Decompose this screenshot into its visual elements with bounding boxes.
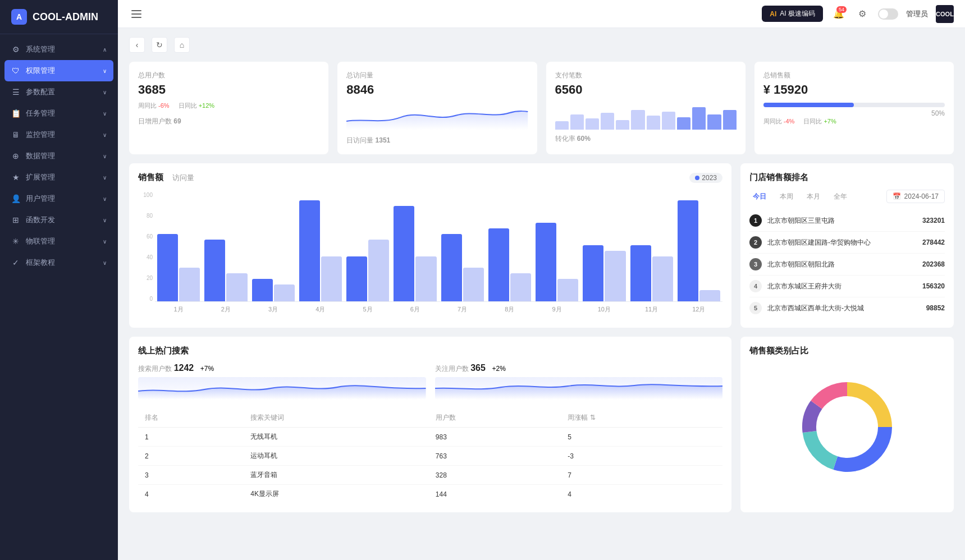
avatar[interactable]: COOL	[936, 5, 954, 23]
logo-text: COOL-ADMIN	[33, 11, 98, 23]
search-users-change: +7%	[200, 365, 214, 373]
framework-arrow: ∨	[103, 260, 107, 266]
bar-blue-2月	[204, 240, 225, 301]
bar-group-12月	[678, 200, 720, 301]
sidebar-item-framework[interactable]: ✓ 框架教程 ∨	[0, 252, 118, 273]
search-table-body: 1 无线耳机 983 5 2 运动耳机 763 -3 3 蓝牙音箱 328 7 …	[138, 428, 722, 504]
sidebar-item-tasks[interactable]: 📋 任务管理 ∨	[0, 103, 118, 124]
hamburger-menu[interactable]	[129, 8, 144, 20]
extend-arrow: ∨	[103, 175, 107, 181]
users-icon: 👤	[11, 194, 20, 203]
nav-bar: ‹ ↻ ⌂	[129, 37, 954, 53]
data-label: 数据管理	[26, 151, 55, 161]
back-button[interactable]: ‹	[129, 37, 145, 53]
search-table: 排名搜索关键词用户数周涨幅 ⇅ 1 无线耳机 983 5 2 运动耳机 763 …	[138, 408, 722, 503]
ranking-title: 门店销售额排名	[749, 172, 945, 183]
follow-users-value: 365	[470, 363, 486, 373]
ai-btn-label: AI 极速编码	[780, 9, 815, 19]
bar-group-4月	[299, 200, 342, 301]
stat-card-total-visits: 总访问量 8846 日访问量 1351	[337, 62, 537, 154]
theme-toggle[interactable]	[878, 8, 898, 20]
home-button[interactable]: ⌂	[174, 37, 190, 53]
sidebar-item-iot[interactable]: ✳ 物联管理 ∨	[0, 231, 118, 252]
mini-bar	[601, 113, 614, 130]
y-label: 60	[138, 233, 155, 240]
table-row: 1 无线耳机 983 5	[138, 428, 722, 447]
monitor-arrow: ∨	[103, 132, 107, 138]
chart-tab-visits[interactable]: 访问量	[172, 173, 194, 183]
th-0: 排名	[138, 408, 244, 428]
mini-bar	[555, 121, 569, 130]
sales-chart-card: 销售额 访问量 2023 020406080100	[129, 163, 731, 328]
auth-label: 权限管理	[26, 66, 55, 76]
stats-row: 总用户数 3685 周同比 -6%日同比 +12% 日增用户数 69总访问量 8…	[129, 62, 954, 154]
y-axis: 020406080100	[138, 190, 155, 302]
td-keyword: 无线耳机	[244, 428, 429, 447]
ranking-tab-本周[interactable]: 本周	[776, 191, 797, 203]
system-icon: ⚙	[11, 45, 20, 54]
stat-meta: 周同比 -6%日同比 +12%	[138, 102, 319, 110]
sidebar-item-params[interactable]: ☰ 参数配置 ∨	[0, 81, 118, 103]
search-sparkline	[138, 377, 426, 400]
rank-store-name: 北京市朝阳区建国路-华贸购物中心	[767, 238, 917, 247]
notification-icon[interactable]: 🔔 54	[831, 6, 847, 22]
donut-card: 销售额类别占比	[740, 337, 954, 512]
ranking-tab-今日[interactable]: 今日	[749, 191, 770, 203]
monitor-label: 监控管理	[26, 130, 55, 140]
sidebar-item-extend[interactable]: ★ 扩展管理 ∨	[0, 167, 118, 188]
sidebar-item-monitor[interactable]: 🖥 监控管理 ∨	[0, 124, 118, 145]
td-growth: -3	[561, 447, 722, 466]
middle-row: 销售额 访问量 2023 020406080100	[129, 163, 954, 328]
hot-search-card: 线上热门搜索 搜索用户数 1242 +7%	[129, 337, 731, 512]
x-label: 9月	[536, 305, 578, 314]
rank-store-value: 323201	[922, 217, 945, 224]
chart-body: 1月2月3月4月5月6月7月8月9月10月11月12月	[155, 190, 722, 314]
mini-bar	[631, 110, 644, 130]
rank-number: 1	[749, 214, 762, 227]
topbar-left	[129, 8, 144, 20]
iot-icon: ✳	[11, 237, 20, 246]
bars-container	[155, 190, 722, 302]
x-label: 10月	[583, 305, 625, 314]
bar-group-5月	[346, 240, 389, 301]
bottom-row: 线上热门搜索 搜索用户数 1242 +7%	[129, 337, 954, 512]
settings-icon[interactable]: ⚙	[854, 6, 870, 22]
search-table-header: 排名搜索关键词用户数周涨幅 ⇅	[138, 408, 722, 428]
stat-value: 3685	[138, 82, 319, 97]
sidebar-item-system[interactable]: ⚙ 系统管理 ∧	[0, 39, 118, 60]
rank-number: 3	[749, 258, 762, 270]
bar-light-1月	[179, 268, 200, 301]
sidebar-item-data[interactable]: ⊕ 数据管理 ∨	[0, 145, 118, 167]
rank-store-name: 北京市朝阳区三里屯路	[767, 216, 917, 226]
stat-title: 总用户数	[138, 71, 319, 80]
ai-tag: AI	[770, 10, 776, 18]
follow-sparkline	[435, 377, 723, 400]
ranking-tab-全年[interactable]: 全年	[830, 191, 850, 203]
search-users-stat: 搜索用户数 1242 +7%	[138, 363, 426, 400]
mini-bar	[707, 114, 721, 130]
ranking-list: 1 北京市朝阳区三里屯路 323201 2 北京市朝阳区建国路-华贸购物中心 2…	[749, 210, 945, 319]
bar-blue-11月	[630, 245, 651, 301]
framework-label: 框架教程	[26, 258, 55, 268]
stat-card-payments: 支付笔数 6560 转化率 60%	[546, 62, 746, 154]
progress-bar	[763, 103, 945, 107]
rank-number: 2	[749, 236, 762, 249]
stat-meta-item: 周同比 -4%	[763, 117, 795, 126]
data-arrow: ∨	[103, 153, 107, 159]
sidebar-item-users[interactable]: 👤 用户管理 ∨	[0, 188, 118, 209]
tasks-arrow: ∨	[103, 111, 107, 117]
x-labels: 1月2月3月4月5月6月7月8月9月10月11月12月	[155, 302, 722, 314]
ranking-tab-本月[interactable]: 本月	[803, 191, 824, 203]
stat-meta-item: 日同比 +7%	[803, 117, 836, 126]
iot-label: 物联管理	[26, 236, 55, 246]
params-arrow: ∨	[103, 89, 107, 95]
x-label: 7月	[441, 305, 484, 314]
sidebar-item-auth[interactable]: 🛡 权限管理 ∨	[4, 60, 113, 81]
table-row: 2 运动耳机 763 -3	[138, 447, 722, 466]
td-rank: 2	[138, 447, 244, 466]
th-3[interactable]: 周涨幅 ⇅	[561, 408, 722, 428]
refresh-button[interactable]: ↻	[152, 37, 167, 53]
ai-code-button[interactable]: AI AI 极速编码	[762, 6, 823, 22]
sidebar-item-func[interactable]: ⊞ 函数开发 ∨	[0, 209, 118, 231]
stat-sub: 日增用户数 69	[138, 117, 319, 126]
